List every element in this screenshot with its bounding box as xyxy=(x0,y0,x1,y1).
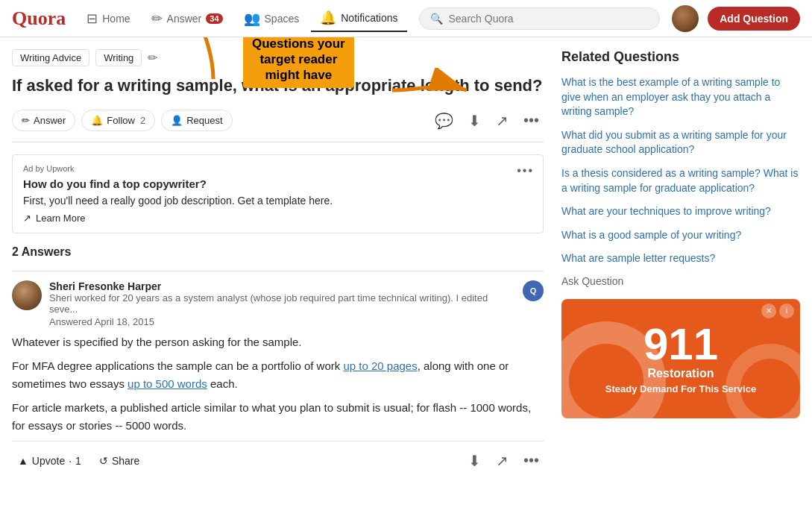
upvote-separator: · xyxy=(69,455,72,467)
ad-info-button[interactable]: i xyxy=(779,304,794,318)
share-button[interactable]: ↗ xyxy=(491,109,513,133)
breadcrumb-writing-advice[interactable]: Writing Advice xyxy=(12,49,89,66)
request-label: Request xyxy=(186,115,222,126)
answers-header: 2 Answers xyxy=(12,245,544,259)
upvote-label: Upvote xyxy=(32,455,65,467)
ad-more-button[interactable]: ••• xyxy=(517,164,534,177)
sidebar: Related Questions What is the best examp… xyxy=(561,49,800,489)
share-icon-button[interactable]: ↗ xyxy=(491,449,513,473)
answer-icon-btn: ✏ xyxy=(22,115,30,126)
answer-label: Answer xyxy=(34,115,66,126)
add-question-button[interactable]: Add Question xyxy=(708,7,800,31)
upvote-icon: ▲ xyxy=(18,455,28,467)
ad-link-label: Learn More xyxy=(36,213,85,224)
spaces-icon: 👥 xyxy=(244,10,260,27)
answer-badge: 34 xyxy=(206,13,222,24)
answer-button[interactable]: ✏ Answer xyxy=(12,110,75,131)
answer-paragraph-2: For MFA degree applications the sample c… xyxy=(12,357,544,393)
ad-label: Ad by Upwork xyxy=(23,164,532,173)
breadcrumb-writing[interactable]: Writing xyxy=(95,49,142,66)
answer-paragraph-3: For article markets, a published article… xyxy=(12,399,544,435)
follow-count: 2 xyxy=(140,115,145,126)
ad-banner: ✕ i 911 Restoration Steady Demand For Th… xyxy=(561,299,800,418)
main-layout: Writing Advice Writing ✏ If asked for a … xyxy=(0,37,812,501)
nav-answer[interactable]: ✏ Answer 34 xyxy=(142,6,232,31)
downvote-button[interactable]: ⬇ xyxy=(464,109,485,133)
nav-answer-label: Answer xyxy=(167,13,202,25)
related-question-3[interactable]: What are your techniques to improve writ… xyxy=(561,204,800,219)
external-link-icon: ↗ xyxy=(23,213,31,224)
nav-notifications[interactable]: 🔔 Notifications xyxy=(311,5,406,32)
follow-icon: 🔔 xyxy=(91,115,103,126)
header-right: Add Question xyxy=(672,5,800,32)
answer-author-bio: Sheri worked for 20 years as a system an… xyxy=(49,292,515,315)
nav-spaces-label: Spaces xyxy=(265,13,300,25)
answer-avatar xyxy=(12,280,42,310)
related-question-0[interactable]: What is the best example of a writing sa… xyxy=(561,75,800,119)
action-bar-wrapper: Questions your target reader might have xyxy=(12,109,544,142)
search-input[interactable] xyxy=(449,13,649,25)
ad-learn-more-link[interactable]: ↗ Learn More xyxy=(23,213,532,224)
request-icon: 👤 xyxy=(171,115,183,126)
follow-label: Follow xyxy=(107,115,135,126)
search-icon: 🔍 xyxy=(430,13,443,25)
annotation-line1: Questions your xyxy=(252,37,345,51)
edit-icon[interactable]: ✏ xyxy=(148,51,157,65)
answers-section: 2 Answers Sheri Fresonke Harper Sheri wo… xyxy=(12,245,544,489)
related-question-5[interactable]: What are sample letter requests? xyxy=(561,251,800,266)
more-button[interactable]: ••• xyxy=(519,109,544,132)
header: Quora ⊟ Home ✏ Answer 34 👥 Spaces 🔔 Noti… xyxy=(0,0,812,37)
upvote-button[interactable]: ▲ Upvote · 1 xyxy=(12,452,87,470)
search-bar[interactable]: 🔍 xyxy=(419,7,661,30)
main-nav: ⊟ Home ✏ Answer 34 👥 Spaces 🔔 Notificati… xyxy=(78,5,406,32)
answer-paragraph-1: Whatever is specified by the person aski… xyxy=(12,333,544,351)
ad-close-button[interactable]: ✕ xyxy=(761,304,776,318)
answer-avatar-image xyxy=(12,280,42,310)
notifications-icon: 🔔 xyxy=(320,10,336,26)
follow-button[interactable]: 🔔 Follow 2 xyxy=(81,110,155,131)
bottom-action-bar: ▲ Upvote · 1 ↺ Share ⬇ ↗ ••• xyxy=(12,441,544,480)
more-button-bottom[interactable]: ••• xyxy=(519,449,544,472)
answer-author-name[interactable]: Sheri Fresonke Harper xyxy=(49,280,515,292)
nav-home-label: Home xyxy=(102,13,130,25)
comment-button[interactable]: 💬 xyxy=(430,109,458,133)
answer-item: Sheri Fresonke Harper Sheri worked for 2… xyxy=(12,271,544,489)
breadcrumb: Writing Advice Writing ✏ xyxy=(12,49,544,66)
ad-text: First, you'll need a really good job des… xyxy=(23,195,532,207)
downvote-button-bottom[interactable]: ⬇ xyxy=(464,449,485,473)
answer-author-info: Sheri Fresonke Harper Sheri worked for 2… xyxy=(49,280,515,327)
related-question-1[interactable]: What did you submit as a writing sample … xyxy=(561,128,800,157)
related-questions-title: Related Questions xyxy=(561,49,800,65)
answer-badge: Q xyxy=(523,280,544,301)
request-button[interactable]: 👤 Request xyxy=(161,110,232,131)
nav-spaces[interactable]: 👥 Spaces xyxy=(235,6,309,31)
nav-notifications-label: Notifications xyxy=(341,12,397,24)
avatar[interactable] xyxy=(672,5,699,32)
share-label: Share xyxy=(112,455,139,467)
answer-icon: ✏ xyxy=(151,10,163,27)
ad-section: Ad by Upwork ••• How do you find a top c… xyxy=(12,154,544,233)
quora-logo[interactable]: Quora xyxy=(12,7,66,30)
content-area: Writing Advice Writing ✏ If asked for a … xyxy=(12,49,544,489)
action-bar: ✏ Answer 🔔 Follow 2 👤 Request 💬 ⬇ ↗ ••• xyxy=(12,109,544,142)
answer-author: Sheri Fresonke Harper Sheri worked for 2… xyxy=(12,280,544,327)
related-question-4[interactable]: What is a good sample of your writing? xyxy=(561,228,800,243)
related-question-2[interactable]: Is a thesis considered as a writing samp… xyxy=(561,166,800,195)
nav-home[interactable]: ⊟ Home xyxy=(78,6,139,31)
share-icon: ↺ xyxy=(99,455,108,467)
ad-banner-controls: ✕ i xyxy=(761,304,794,318)
share-button-bottom[interactable]: ↺ Share xyxy=(93,452,145,470)
question-title: If asked for a writing sample, what is a… xyxy=(12,75,544,97)
answer-date: Answered April 18, 2015 xyxy=(49,316,515,327)
home-icon: ⊟ xyxy=(86,10,98,27)
ask-question-link[interactable]: Ask Question xyxy=(561,275,800,287)
ad-title: How do you find a top copywriter? xyxy=(23,177,532,190)
upvote-count: 1 xyxy=(75,455,81,467)
